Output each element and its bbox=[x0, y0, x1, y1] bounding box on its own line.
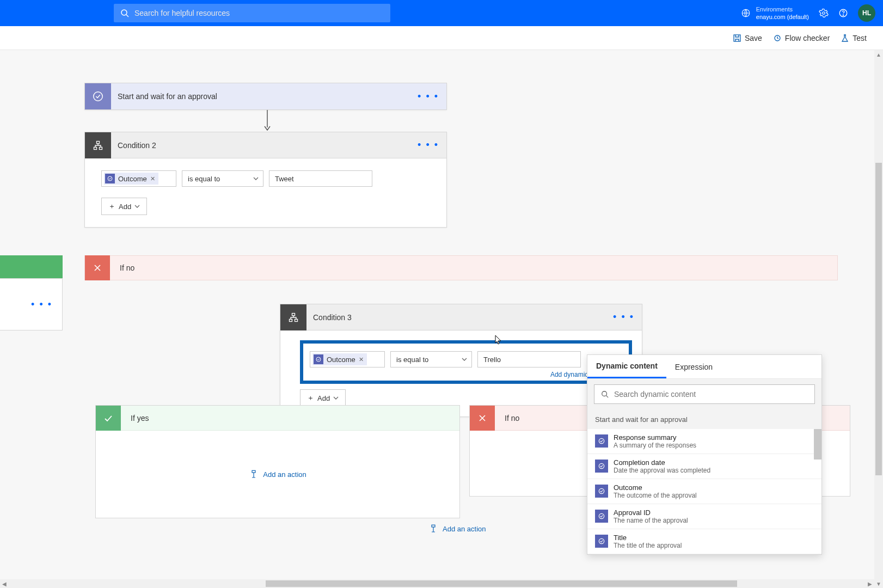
step-approval[interactable]: Start and wait for an approval • • • bbox=[84, 83, 447, 110]
svg-rect-10 bbox=[97, 141, 100, 143]
svg-point-26 bbox=[599, 538, 604, 543]
test-button[interactable]: Test bbox=[841, 34, 867, 42]
scroll-down-icon[interactable]: ▼ bbox=[874, 579, 883, 588]
step-approval-menu[interactable]: • • • bbox=[418, 91, 439, 102]
dynamic-content-item[interactable]: OutcomeThe outcome of the approval bbox=[587, 479, 821, 504]
dynamic-content-group-header: Start and wait for an approval bbox=[587, 409, 821, 429]
dynamic-item-title: Approval ID bbox=[614, 509, 688, 517]
svg-point-8 bbox=[94, 92, 103, 101]
branch-if-no[interactable]: If no bbox=[84, 255, 838, 280]
add-action-icon bbox=[428, 524, 438, 534]
cond2-value-input[interactable] bbox=[269, 170, 372, 187]
svg-rect-14 bbox=[292, 313, 295, 315]
svg-rect-19 bbox=[432, 525, 435, 527]
chevron-down-icon bbox=[333, 395, 339, 401]
svg-rect-12 bbox=[100, 147, 102, 149]
x-icon bbox=[92, 262, 103, 273]
step-approval-title: Start and wait for an approval bbox=[111, 92, 418, 101]
svg-line-21 bbox=[606, 396, 609, 398]
chip-remove-icon[interactable]: ✕ bbox=[359, 356, 364, 363]
svg-line-1 bbox=[126, 15, 128, 17]
step-condition-3-title: Condition 3 bbox=[306, 313, 613, 322]
checker-icon bbox=[773, 34, 782, 42]
scroll-right-icon[interactable]: ▶ bbox=[866, 579, 874, 588]
help-icon[interactable] bbox=[838, 8, 848, 18]
dynamic-item-desc: The title of the approval bbox=[614, 542, 682, 549]
chevron-down-icon bbox=[253, 176, 259, 181]
global-search-input[interactable] bbox=[134, 9, 384, 17]
dynamic-content-search-input[interactable] bbox=[614, 390, 808, 399]
step-condition-2-title: Condition 2 bbox=[111, 141, 418, 150]
check-icon bbox=[103, 413, 114, 424]
dynamic-content-item[interactable]: Completion dateDate the approval was com… bbox=[587, 454, 821, 479]
dynamic-content-search[interactable] bbox=[594, 384, 815, 404]
environment-label: Environments bbox=[756, 5, 809, 13]
user-avatar[interactable]: HL bbox=[858, 4, 875, 22]
plus-icon: ＋ bbox=[108, 201, 115, 211]
dynamic-item-title: Title bbox=[614, 534, 682, 542]
dynamic-content-item[interactable]: TitleThe title of the approval bbox=[587, 529, 821, 554]
step-condition-2[interactable]: Condition 2 • • • Outcome ✕ is equal to bbox=[84, 132, 447, 228]
step-condition-3-menu[interactable]: • • • bbox=[613, 311, 634, 323]
approval-icon bbox=[85, 83, 111, 109]
tab-expression[interactable]: Expression bbox=[666, 355, 721, 378]
chip-remove-icon[interactable]: ✕ bbox=[150, 175, 155, 182]
dynamic-content-item[interactable]: Response summaryA summary of the respons… bbox=[587, 429, 821, 454]
environment-value: enayu.com (default) bbox=[756, 13, 809, 21]
top-bar: Environments enayu.com (default) HL bbox=[0, 0, 883, 26]
dynamic-content-item[interactable]: Approval IDThe name of the approval bbox=[587, 504, 821, 529]
svg-point-20 bbox=[602, 391, 607, 396]
cond3-operator-select[interactable]: is equal to bbox=[390, 351, 472, 367]
flow-canvas[interactable]: Start and wait for an approval • • • Con… bbox=[0, 50, 883, 588]
svg-rect-6 bbox=[734, 35, 740, 41]
settings-icon[interactable] bbox=[819, 8, 829, 18]
save-button[interactable]: Save bbox=[733, 34, 762, 42]
horizontal-scrollbar[interactable]: ◀ ▶ bbox=[0, 579, 874, 588]
flask-icon bbox=[841, 34, 849, 42]
cond3-branch-if-yes[interactable]: If yes Add an action bbox=[95, 405, 460, 518]
global-search[interactable] bbox=[114, 4, 390, 22]
dynamic-content-list[interactable]: Response summaryA summary of the respons… bbox=[587, 429, 821, 554]
environment-picker[interactable]: Environments enayu.com (default) bbox=[741, 5, 809, 21]
cond3-highlight: Outcome ✕ is equal to Add dynamic conten… bbox=[300, 340, 632, 384]
cond2-add-button[interactable]: ＋ Add bbox=[101, 198, 147, 215]
scroll-left-icon[interactable]: ◀ bbox=[0, 579, 9, 588]
tab-dynamic-content[interactable]: Dynamic content bbox=[587, 355, 666, 378]
add-action-button-bottom[interactable]: Add an action bbox=[428, 524, 486, 534]
svg-point-13 bbox=[108, 176, 112, 181]
step-condition-2-menu[interactable]: • • • bbox=[418, 139, 439, 151]
svg-point-3 bbox=[823, 12, 825, 15]
connector-arrow-icon bbox=[264, 110, 271, 131]
dynamic-item-title: Response summary bbox=[614, 433, 696, 442]
editor-toolbar: Save Flow checker Test bbox=[0, 26, 883, 50]
cond3-value-input[interactable] bbox=[477, 351, 581, 367]
svg-rect-11 bbox=[94, 147, 97, 149]
cond3-left-operand[interactable]: Outcome ✕ bbox=[310, 351, 385, 367]
cond3-if-no-label: If no bbox=[505, 414, 519, 422]
cond3-if-yes-label: If yes bbox=[131, 414, 149, 422]
search-icon bbox=[120, 9, 129, 17]
svg-point-24 bbox=[599, 488, 604, 493]
approval-token-icon bbox=[595, 434, 608, 448]
dynamic-list-scrollbar[interactable] bbox=[814, 429, 821, 460]
branch-if-no-label: If no bbox=[120, 264, 134, 272]
svg-point-0 bbox=[121, 10, 127, 15]
cond2-left-operand[interactable]: Outcome ✕ bbox=[101, 170, 176, 187]
cond2-operator-select[interactable]: is equal to bbox=[182, 170, 263, 187]
svg-rect-16 bbox=[295, 319, 298, 321]
approval-token-icon bbox=[595, 535, 608, 548]
partial-card-menu[interactable]: • • • bbox=[31, 299, 52, 310]
flow-checker-button[interactable]: Flow checker bbox=[773, 34, 830, 42]
svg-point-23 bbox=[599, 463, 604, 468]
add-action-button[interactable]: Add an action bbox=[249, 469, 306, 479]
add-dynamic-content-link[interactable]: Add dynamic content + bbox=[310, 371, 622, 378]
dynamic-item-title: Outcome bbox=[614, 483, 697, 492]
cond3-add-button[interactable]: ＋ Add bbox=[300, 389, 346, 407]
branch-yes-partial: • • • bbox=[0, 255, 63, 330]
save-icon bbox=[733, 34, 741, 42]
vertical-scrollbar[interactable]: ▲ ▼ bbox=[874, 50, 883, 588]
scroll-up-icon[interactable]: ▲ bbox=[874, 50, 883, 59]
chevron-down-icon bbox=[134, 204, 140, 209]
svg-point-17 bbox=[316, 357, 321, 362]
dynamic-item-desc: A summary of the responses bbox=[614, 442, 696, 449]
